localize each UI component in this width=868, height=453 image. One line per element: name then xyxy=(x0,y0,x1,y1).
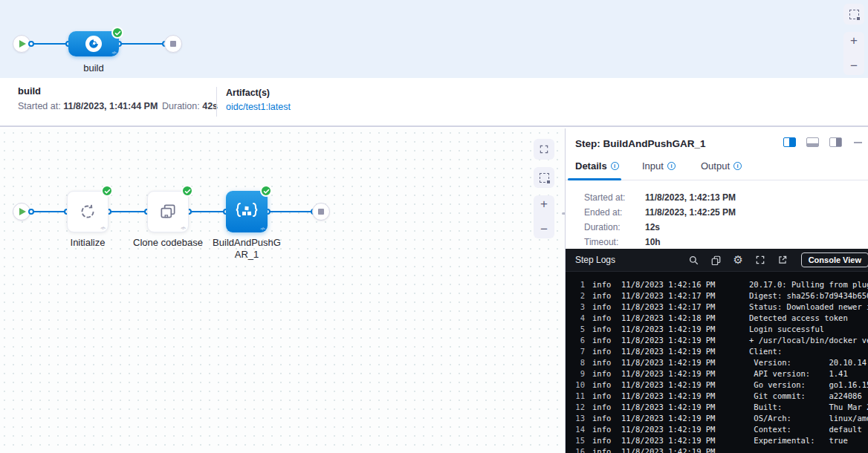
zoom-in-button[interactable]: + xyxy=(850,36,858,46)
log-level: info xyxy=(592,279,612,290)
log-line: 3 info 11/8/2023 1:42:17 PM Status: Down… xyxy=(566,302,868,313)
code-glyph: </> xyxy=(111,50,116,55)
detail-row: Ended at: 11/8/2023, 1:42:25 PM xyxy=(584,205,736,220)
pipeline-end-node[interactable] xyxy=(164,35,182,53)
edge xyxy=(189,211,226,212)
log-line: 12 info 11/8/2023 1:42:19 PM Built: Thu … xyxy=(566,402,868,413)
detail-value: 10h xyxy=(645,237,661,247)
log-level: info xyxy=(592,402,612,413)
log-line: 6 info 11/8/2023 1:42:19 PM + /usr/local… xyxy=(566,335,868,346)
log-timestamp: 11/8/2023 1:42:19 PM xyxy=(621,391,730,402)
log-line-number: 8 xyxy=(571,357,585,368)
artifacts-label: Artifact(s) xyxy=(226,88,270,98)
log-line-number: 5 xyxy=(571,324,585,335)
artifact-link[interactable]: oidc/test1:latest xyxy=(226,102,291,112)
log-line: 5 info 11/8/2023 1:42:19 PM Login succes… xyxy=(566,324,868,335)
log-message: Status: Downloaded newer image for p xyxy=(749,302,868,313)
sync-icon xyxy=(78,202,97,221)
log-level: info xyxy=(592,290,612,302)
layout-right-icon[interactable] xyxy=(783,137,796,147)
fullscreen-button[interactable] xyxy=(534,139,554,160)
step-tabs: Details i Input i Output i xyxy=(566,158,868,180)
step-details-panel: Step: BuildAndPushGAR_1 Details i Input … xyxy=(565,128,868,453)
log-line-number: 6 xyxy=(571,335,585,346)
tab-output[interactable]: Output i xyxy=(701,160,742,172)
tab-details[interactable]: Details i xyxy=(575,160,619,172)
console-view-button[interactable]: Console View xyxy=(801,252,868,267)
success-badge xyxy=(111,27,123,39)
log-line-number: 10 xyxy=(571,379,585,391)
play-icon xyxy=(19,40,26,48)
log-level: info xyxy=(592,313,612,324)
log-level: info xyxy=(592,379,612,391)
console-toolbar: ⚙ Console View xyxy=(687,252,868,267)
active-tab-underline xyxy=(568,178,621,180)
info-icon: i xyxy=(611,162,619,170)
node-initialize[interactable]: </> xyxy=(67,191,108,232)
log-level: info xyxy=(592,346,612,357)
search-icon[interactable] xyxy=(687,254,700,267)
log-timestamp: 11/8/2023 1:42:18 PM xyxy=(621,313,730,324)
code-glyph: </> xyxy=(100,226,105,230)
settings-gear-icon[interactable]: ⚙ xyxy=(732,254,745,267)
info-icon: i xyxy=(733,162,742,170)
log-line-number: 4 xyxy=(571,313,585,324)
step-logs-console: Step Logs ⚙ Console View xyxy=(566,249,868,453)
node-label: Clone codebase xyxy=(123,237,213,248)
code-glyph: </> xyxy=(260,226,265,231)
execution-graph-canvas[interactable]: </> </> </> Initialize Clone codebase Bu… xyxy=(0,128,565,453)
detail-row: Duration: 12s xyxy=(584,220,736,235)
graph-end-node[interactable] xyxy=(312,203,330,221)
open-external-icon[interactable] xyxy=(777,254,789,267)
details-list: Started at: 11/8/2023, 1:42:13 PM Ended … xyxy=(584,190,736,250)
started-at: Started at: 11/8/2023, 1:41:44 PM xyxy=(18,101,158,111)
detail-label: Duration: xyxy=(584,222,645,232)
node-build-and-push-gar[interactable]: </> xyxy=(226,191,268,232)
fit-selection-button[interactable] xyxy=(843,4,864,25)
tab-label: Details xyxy=(575,160,607,172)
zoom-out-button[interactable]: − xyxy=(850,61,858,71)
edge xyxy=(30,211,67,212)
log-message: Digest: sha256:b7d9434b65010f038f8ec xyxy=(749,290,868,302)
layout-bottom-icon[interactable] xyxy=(806,137,819,147)
log-timestamp: 11/8/2023 1:42:19 PM xyxy=(621,335,730,346)
copy-icon[interactable] xyxy=(710,254,722,267)
success-badge xyxy=(260,185,272,197)
zoom-out-button[interactable]: − xyxy=(540,224,548,235)
zoom-in-button[interactable]: + xyxy=(540,199,548,209)
log-timestamp: 11/8/2023 1:42:19 PM xyxy=(621,357,730,368)
tab-input[interactable]: Input i xyxy=(642,160,676,172)
port xyxy=(28,209,34,215)
log-message: Detected access token xyxy=(749,313,848,324)
log-message: Experimental: true xyxy=(749,435,848,446)
detail-label: Started at: xyxy=(584,192,645,203)
log-line-number: 15 xyxy=(571,435,585,446)
detail-label: Timeout: xyxy=(584,237,645,247)
panel-header: Step: BuildAndPushGAR_1 xyxy=(566,128,868,158)
node-label: Initialize xyxy=(51,237,125,248)
ci-stage-icon xyxy=(85,36,102,52)
log-level: info xyxy=(592,335,612,346)
fullscreen-icon xyxy=(539,144,549,154)
log-line: 14 info 11/8/2023 1:42:19 PM Context: de… xyxy=(566,424,868,435)
log-message: + /usr/local/bin/docker version xyxy=(749,335,868,346)
minimize-panel-button[interactable] xyxy=(854,142,862,143)
layout-overlay-icon[interactable] xyxy=(829,137,842,147)
log-line: 10 info 11/8/2023 1:42:19 PM Go version:… xyxy=(566,379,868,391)
stop-icon xyxy=(318,209,324,215)
fullscreen-icon[interactable] xyxy=(754,254,767,267)
duration-label: Duration: xyxy=(162,101,200,111)
log-message: Go version: go1.16.15 xyxy=(749,379,868,391)
log-line-number: 16 xyxy=(571,446,585,453)
log-line-number: 12 xyxy=(571,402,585,413)
node-clone-codebase[interactable]: </> xyxy=(147,191,189,232)
stage-title: build xyxy=(18,85,41,97)
log-line-number: 9 xyxy=(571,368,585,379)
log-line: 16 info 11/8/2023 1:42:19 PM xyxy=(566,446,868,453)
log-timestamp: 11/8/2023 1:42:19 PM xyxy=(621,368,730,379)
fit-selection-button[interactable] xyxy=(534,167,554,188)
log-message: API version: 1.41 xyxy=(749,368,848,379)
clone-icon xyxy=(158,202,178,221)
log-line: 9 info 11/8/2023 1:42:19 PM API version:… xyxy=(566,368,868,379)
log-message: OS/Arch: linux/amd64 xyxy=(749,413,868,424)
